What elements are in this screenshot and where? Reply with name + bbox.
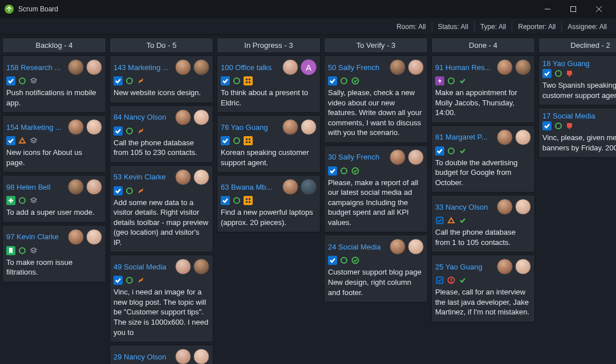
card-link[interactable]: 154 Marketing ... [6,123,62,132]
priority-circle-icon [339,76,348,85]
card-header: 158 Research ... [6,59,102,75]
avatar [515,129,531,145]
card[interactable]: 17 Social MediaVinc, please, given me tw… [538,108,616,158]
card-avatars [390,59,424,75]
card-link[interactable]: 49 Social Media [114,263,167,271]
card-link[interactable]: 29 Nancy Olson [114,353,167,361]
card[interactable]: 30 Sally FrenchPlease, make a report of … [324,145,428,233]
card-header: 76 Yao Guang [221,119,317,135]
svg-point-47 [451,282,451,283]
layers-icon [29,76,38,85]
checkbox-icon [221,136,230,145]
card-link[interactable]: 17 Social Media [542,112,595,120]
filter-room[interactable]: Room: All [391,21,431,32]
card[interactable]: 84 Nancy OlsonCall the phone database fr… [110,105,213,163]
card-link[interactable]: 81 Margaret P... [435,133,488,141]
filter-type[interactable]: Type: All [474,21,512,32]
card-icons [435,216,531,225]
svg-point-12 [19,248,25,253]
card[interactable]: 49 Social MediaVinc, i need an image for… [110,255,213,342]
card-link[interactable]: 25 Yao Guang [435,263,483,271]
svg-rect-31 [249,198,250,200]
card[interactable]: 33 Nancy OlsonCall the phone database fr… [431,195,535,252]
card-icons [221,196,317,205]
card-link[interactable]: 100 Office talks [221,63,271,72]
card-link[interactable]: 97 Kevin Clarke [6,232,59,241]
card[interactable]: 143 Marketing ...New website icons desig… [110,55,213,103]
card-link[interactable]: 91 Human Res... [435,63,491,72]
close-button[interactable] [586,0,611,18]
card[interactable]: 98 Helen BellTo add a super user mode. [2,175,106,223]
card-header: 98 Helen Bell [6,179,102,195]
avatar [515,199,531,215]
svg-point-16 [127,188,132,194]
card[interactable]: 24 Social MediaCustomer support blog pag… [324,235,428,302]
card-avatars [497,129,531,145]
swirl-icon [136,76,145,85]
card-icons [6,76,102,85]
avatar [408,59,424,75]
svg-point-38 [341,257,347,263]
card-link[interactable]: 24 Social Media [328,243,381,251]
card-header: 25 Yao Guang [435,259,531,275]
card[interactable]: 91 Human Res...Make an appointment for M… [431,55,535,123]
avatar [408,239,424,255]
card-link[interactable]: 33 Nancy Olson [435,203,488,211]
avatar [68,229,84,245]
avatar [175,169,191,185]
avatar [193,59,209,75]
priority-circle-icon [18,246,27,255]
svg-point-41 [448,148,454,154]
card[interactable]: 63 Bwana Mb...Find a new powerful laptop… [217,175,321,232]
card[interactable]: 154 Marketing ...New icons for About us … [2,115,106,173]
card-link[interactable]: 76 Yao Guang [221,123,268,132]
column-body: 143 Marketing ...New website icons desig… [110,53,213,364]
checkbox-outline-icon [435,216,444,225]
filter-assignee[interactable]: Assignee: All [561,21,613,32]
checkbox-icon [542,121,552,130]
card-link[interactable]: 158 Research ... [6,63,60,72]
layers-icon [29,246,38,255]
column-header: Declined - 2 [538,38,616,53]
card-link[interactable]: 63 Bwana Mb... [221,183,272,191]
card[interactable]: 25 Yao GuangPlease, call for an intervie… [431,255,535,322]
exclamation-icon [447,276,456,285]
card-link[interactable]: 18 Yao Guang [542,59,590,68]
card-link[interactable]: 30 Sally French [328,153,379,161]
card-link[interactable]: 143 Marketing ... [114,63,169,72]
card-avatars [282,119,317,135]
card-link[interactable]: 98 Helen Bell [6,183,50,191]
card-link[interactable]: 53 Kevin Clarke [114,173,166,181]
card[interactable]: 50 Sally FrenchSally, please, check a ne… [324,55,428,143]
avatar [408,149,424,165]
avatar [390,59,406,75]
bolt-icon [435,76,444,85]
minimize-button[interactable] [534,0,560,18]
maximize-button[interactable] [560,0,586,18]
card[interactable]: 81 Margaret P...To double the advertisin… [431,125,535,193]
card[interactable]: 18 Yao GuangTwo Spanish speaking custome… [538,55,616,105]
card[interactable]: 100 Office talksATo think about a presen… [217,55,321,113]
avatar [86,229,102,245]
card-link[interactable]: 84 Nancy Olson [114,113,167,121]
window-controls [534,0,611,18]
card-header: 29 Nancy Olson [114,349,209,364]
card[interactable]: 53 Kevin ClarkeAdd some new data to a vi… [110,165,213,253]
warning-icon [244,76,253,85]
filter-status[interactable]: Status: All [432,21,474,32]
card[interactable]: 158 Research ...Push notifications in mo… [2,55,106,113]
avatar [68,59,84,75]
card-icons [435,276,531,285]
checkmark-icon [458,76,467,85]
card-link[interactable]: 50 Sally French [328,63,379,72]
avatar [86,119,102,135]
card[interactable]: 97 Kevin ClarkeTo make room issue filtra… [2,225,106,283]
card-header: 30 Sally French [328,149,424,165]
card-avatars [175,59,209,75]
checkbox-icon [221,196,230,205]
card-body: Find a new powerful laptops (approx. 20 … [221,207,317,227]
card[interactable]: 76 Yao GuangKorean speaking customer sup… [217,115,321,173]
card-header: 81 Margaret P... [435,129,531,145]
card[interactable]: 29 Nancy OlsonSend me the list of our ne… [110,345,213,364]
filter-reporter[interactable]: Reporter: All [512,21,561,32]
